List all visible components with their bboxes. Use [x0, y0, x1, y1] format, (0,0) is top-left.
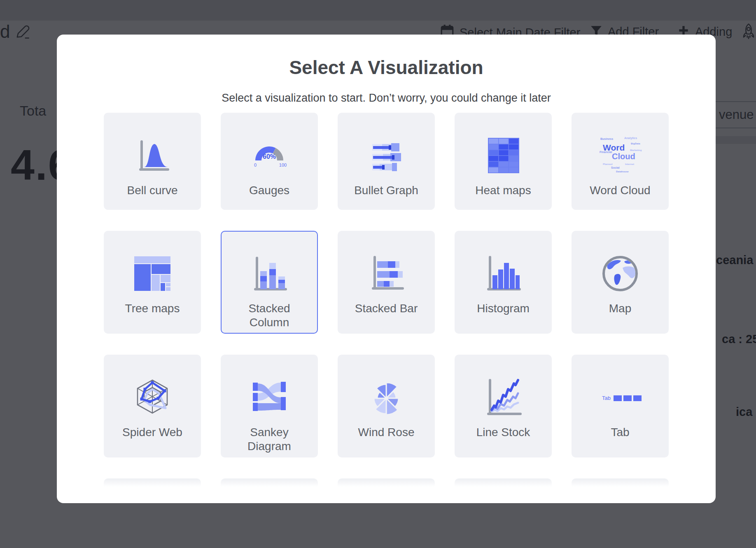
- viz-card-stub[interactable]: [455, 478, 552, 487]
- bell-curve-icon: [129, 132, 175, 179]
- sankey-diagram-icon: [246, 374, 292, 420]
- viz-card-label: Stacked Bar: [355, 302, 418, 316]
- viz-card-label: Bell curve: [127, 183, 178, 197]
- viz-card-wind-rose[interactable]: Wind Rose: [338, 355, 435, 457]
- word-cloud-word: Financial: [600, 151, 612, 153]
- svg-text:60%: 60%: [263, 153, 276, 160]
- viz-card-stub[interactable]: [104, 478, 201, 487]
- viz-card-heat-maps[interactable]: Heat maps: [455, 113, 552, 210]
- spider-web-icon: [129, 374, 175, 420]
- viz-card-stub[interactable]: [338, 478, 435, 487]
- viz-card-label: Wind Rose: [358, 425, 415, 439]
- viz-card-label: Heat maps: [475, 183, 531, 197]
- histogram-icon: [480, 251, 526, 297]
- svg-text:Tab: Tab: [602, 395, 611, 401]
- word-cloud-word: Social: [611, 166, 620, 169]
- gauges-icon: 60% 0 100: [246, 132, 292, 179]
- stacked-bar-icon: [363, 251, 409, 297]
- viz-card-label: Histogram: [477, 302, 530, 316]
- tab-icon: Tab: [597, 374, 643, 420]
- viz-card-histogram[interactable]: Histogram: [455, 231, 552, 334]
- word-cloud-word: Marketing: [630, 149, 642, 151]
- viz-card-stub[interactable]: [221, 478, 318, 487]
- viz-card-tree-maps[interactable]: Tree maps: [104, 231, 201, 334]
- viz-card-map[interactable]: Map: [572, 231, 669, 334]
- viz-card-label: Stacked Column: [231, 302, 308, 330]
- viz-card-gauges[interactable]: 60% 0 100 Gauges: [221, 113, 318, 210]
- tree-maps-icon: [129, 251, 175, 297]
- word-cloud-word: Planned: [603, 163, 612, 165]
- bullet-graph-icon: [363, 132, 409, 179]
- next-row-cards-peek: [104, 478, 669, 487]
- viz-card-label: Bullet Graph: [354, 183, 418, 197]
- word-cloud-word: Internet: [625, 163, 634, 165]
- viz-card-bullet-graph[interactable]: Bullet Graph: [338, 113, 435, 210]
- viz-card-label: Word Cloud: [590, 183, 650, 197]
- viz-card-label: Gauges: [249, 183, 289, 197]
- viz-card-stacked-column[interactable]: Stacked Column: [221, 231, 318, 334]
- map-icon: [597, 251, 643, 297]
- viz-card-word-cloud[interactable]: BusinessAnalyticsBigDataWordMarketingFin…: [572, 113, 669, 210]
- viz-card-label: Sankey Diagram: [231, 425, 308, 453]
- word-cloud-icon: BusinessAnalyticsBigDataWordMarketingFin…: [597, 132, 643, 179]
- modal-subtitle: Select a visualization to start. Don’t w…: [57, 91, 716, 104]
- wind-rose-icon: [363, 374, 409, 420]
- viz-card-spider-web[interactable]: Spider Web: [104, 355, 201, 457]
- heat-maps-icon: [480, 132, 526, 179]
- viz-card-label: Tree maps: [125, 302, 180, 316]
- viz-card-stacked-bar[interactable]: Stacked Bar: [338, 231, 435, 334]
- line-stock-icon: [480, 374, 526, 420]
- viz-card-bell-curve[interactable]: Bell curve: [104, 113, 201, 210]
- word-cloud-word: Business: [600, 137, 613, 140]
- viz-card-tab[interactable]: Tab Tab: [572, 355, 669, 457]
- viz-card-sankey-diagram[interactable]: Sankey Diagram: [221, 355, 318, 457]
- select-visualization-modal: Select A Visualization Select a visualiz…: [57, 35, 716, 503]
- viz-grid: Bell curve 60% 0 100 Gauges Bullet Graph…: [104, 113, 669, 457]
- word-cloud-word: Cloud: [612, 152, 635, 160]
- viz-card-label: Line Stock: [476, 425, 530, 439]
- viz-card-label: Map: [609, 302, 631, 316]
- word-cloud-word: BigData: [631, 142, 640, 145]
- svg-text:0: 0: [254, 163, 257, 167]
- svg-text:100: 100: [279, 163, 287, 167]
- viz-card-label: Spider Web: [122, 425, 182, 439]
- word-cloud-word: Analytics: [624, 137, 637, 139]
- viz-card-line-stock[interactable]: Line Stock: [455, 355, 552, 457]
- viz-card-label: Tab: [611, 425, 629, 439]
- stacked-column-icon: [246, 251, 292, 297]
- word-cloud-word: Datahouse: [616, 170, 629, 173]
- modal-title: Select A Visualization: [57, 57, 716, 78]
- viz-card-stub[interactable]: [572, 478, 669, 487]
